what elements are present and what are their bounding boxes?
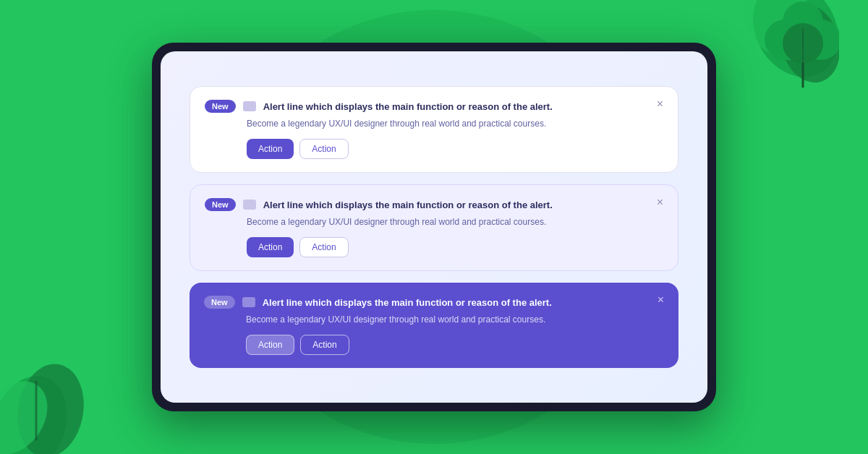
alert-header-1: New Alert line which displays the main f… bbox=[205, 100, 663, 113]
tablet-screen: New Alert line which displays the main f… bbox=[161, 51, 707, 403]
alert-3-close-button[interactable]: × bbox=[655, 294, 667, 306]
alert-3-action1-button[interactable]: Action bbox=[246, 335, 294, 355]
alert-2-close-button[interactable]: × bbox=[654, 197, 666, 208]
badge-new-1: New bbox=[205, 100, 236, 113]
alert-body-2: Become a legendary UX/UI designer throug… bbox=[247, 215, 663, 228]
alert-1-action2-button[interactable]: Action bbox=[299, 139, 348, 159]
alert-icon-2 bbox=[243, 200, 256, 210]
tablet-device: New Alert line which displays the main f… bbox=[152, 43, 716, 411]
alert-body-3: Become a legendary UX/UI designer throug… bbox=[246, 313, 664, 326]
alert-title-3: Alert line which displays the main funct… bbox=[263, 297, 664, 308]
alert-2-action1-button[interactable]: Action bbox=[247, 237, 294, 257]
alert-actions-2: Action Action bbox=[247, 237, 663, 257]
alert-body-1: Become a legendary UX/UI designer throug… bbox=[247, 117, 663, 130]
alert-actions-1: Action Action bbox=[247, 139, 663, 159]
leaf-top-right bbox=[694, 0, 839, 130]
alert-header-2: New Alert line which displays the main f… bbox=[205, 198, 663, 211]
alert-1-action1-button[interactable]: Action bbox=[247, 139, 294, 159]
badge-new-3: New bbox=[204, 296, 235, 309]
alert-card-2: New Alert line which displays the main f… bbox=[190, 184, 678, 271]
alert-3-action2-button[interactable]: Action bbox=[300, 335, 349, 355]
badge-new-2: New bbox=[205, 198, 236, 211]
alert-header-3: New Alert line which displays the main f… bbox=[204, 296, 664, 309]
alert-title-1: Alert line which displays the main funct… bbox=[263, 101, 663, 112]
alert-1-close-button[interactable]: × bbox=[654, 98, 666, 110]
leaf-bottom-left bbox=[0, 309, 130, 454]
alert-title-2: Alert line which displays the main funct… bbox=[263, 200, 663, 210]
alert-card-1: New Alert line which displays the main f… bbox=[190, 86, 678, 173]
alert-icon-3 bbox=[242, 297, 255, 307]
alert-card-3: New Alert line which displays the main f… bbox=[190, 283, 678, 368]
alert-icon-1 bbox=[243, 101, 256, 111]
alert-2-action2-button[interactable]: Action bbox=[299, 237, 348, 257]
alert-actions-3: Action Action bbox=[246, 335, 664, 355]
